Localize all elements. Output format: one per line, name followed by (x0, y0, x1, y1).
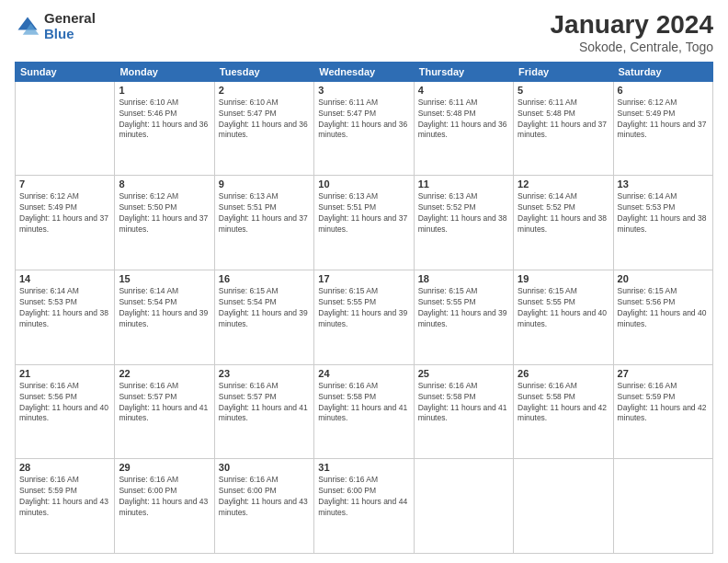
week-row-1: 1 Sunrise: 6:10 AMSunset: 5:46 PMDayligh… (16, 81, 713, 176)
day-number: 18 (418, 273, 509, 284)
day-number: 31 (318, 462, 409, 473)
day-cell: 2 Sunrise: 6:10 AMSunset: 5:47 PMDayligh… (214, 81, 313, 176)
day-number: 17 (318, 273, 409, 284)
day-number: 15 (119, 273, 210, 284)
day-detail: Sunrise: 6:11 AMSunset: 5:48 PMDaylight:… (418, 98, 509, 142)
col-tuesday: Tuesday (214, 62, 313, 81)
day-detail: Sunrise: 6:16 AMSunset: 5:56 PMDaylight:… (19, 381, 110, 425)
day-number: 16 (219, 273, 310, 284)
day-number: 10 (318, 178, 409, 190)
logo-general-text: General (44, 11, 96, 27)
logo-text: General Blue (44, 11, 96, 41)
day-cell: 13 Sunrise: 6:14 AMSunset: 5:53 PMDaylig… (613, 176, 712, 270)
day-cell: 5 Sunrise: 6:11 AMSunset: 5:48 PMDayligh… (514, 81, 613, 176)
header: General Blue January 2024 Sokode, Centra… (15, 11, 713, 54)
day-cell: 31 Sunrise: 6:16 AMSunset: 6:00 PMDaylig… (314, 459, 414, 554)
day-cell: 29 Sunrise: 6:16 AMSunset: 6:00 PMDaylig… (115, 459, 214, 554)
day-cell: 21 Sunrise: 6:16 AMSunset: 5:56 PMDaylig… (16, 364, 115, 459)
day-detail: Sunrise: 6:15 AMSunset: 5:55 PMDaylight:… (418, 286, 509, 330)
day-cell: 25 Sunrise: 6:16 AMSunset: 5:58 PMDaylig… (414, 364, 513, 459)
day-cell: 8 Sunrise: 6:12 AMSunset: 5:50 PMDayligh… (115, 176, 214, 270)
col-thursday: Thursday (414, 62, 513, 81)
day-cell: 12 Sunrise: 6:14 AMSunset: 5:52 PMDaylig… (514, 176, 613, 270)
day-number: 20 (618, 273, 709, 284)
day-cell: 23 Sunrise: 6:16 AMSunset: 5:57 PMDaylig… (214, 364, 313, 459)
day-detail: Sunrise: 6:13 AMSunset: 5:51 PMDaylight:… (318, 191, 409, 236)
day-number: 22 (119, 368, 210, 379)
title-block: January 2024 Sokode, Centrale, Togo (551, 11, 713, 54)
day-number: 8 (119, 178, 210, 190)
day-detail: Sunrise: 6:16 AMSunset: 6:00 PMDaylight:… (219, 475, 310, 519)
day-number: 21 (19, 368, 110, 379)
day-number: 12 (518, 178, 609, 190)
day-detail: Sunrise: 6:14 AMSunset: 5:54 PMDaylight:… (119, 286, 210, 330)
day-cell: 30 Sunrise: 6:16 AMSunset: 6:00 PMDaylig… (214, 459, 313, 554)
logo: General Blue (15, 11, 96, 41)
day-number: 14 (19, 273, 110, 284)
day-detail: Sunrise: 6:15 AMSunset: 5:54 PMDaylight:… (219, 286, 310, 330)
day-detail: Sunrise: 6:16 AMSunset: 5:59 PMDaylight:… (19, 475, 110, 519)
day-cell: 4 Sunrise: 6:11 AMSunset: 5:48 PMDayligh… (414, 81, 513, 176)
day-detail: Sunrise: 6:15 AMSunset: 5:55 PMDaylight:… (518, 286, 609, 330)
day-detail: Sunrise: 6:12 AMSunset: 5:50 PMDaylight:… (119, 191, 210, 236)
week-row-5: 28 Sunrise: 6:16 AMSunset: 5:59 PMDaylig… (16, 459, 713, 554)
day-detail: Sunrise: 6:10 AMSunset: 5:46 PMDaylight:… (119, 98, 210, 142)
day-cell: 9 Sunrise: 6:13 AMSunset: 5:51 PMDayligh… (214, 176, 313, 270)
day-number: 2 (219, 85, 310, 96)
week-row-3: 14 Sunrise: 6:14 AMSunset: 5:53 PMDaylig… (16, 270, 713, 365)
day-number: 28 (19, 462, 110, 473)
day-cell: 27 Sunrise: 6:16 AMSunset: 5:59 PMDaylig… (613, 364, 712, 459)
day-detail: Sunrise: 6:13 AMSunset: 5:51 PMDaylight:… (219, 191, 310, 236)
subtitle: Sokode, Centrale, Togo (551, 40, 713, 54)
day-detail: Sunrise: 6:14 AMSunset: 5:53 PMDaylight:… (19, 286, 110, 330)
day-cell (414, 459, 513, 554)
day-detail: Sunrise: 6:15 AMSunset: 5:56 PMDaylight:… (618, 286, 709, 330)
day-cell: 10 Sunrise: 6:13 AMSunset: 5:51 PMDaylig… (314, 176, 414, 270)
week-row-4: 21 Sunrise: 6:16 AMSunset: 5:56 PMDaylig… (16, 364, 713, 459)
day-number: 9 (219, 178, 310, 190)
day-number: 25 (418, 368, 509, 379)
calendar-table: Sunday Monday Tuesday Wednesday Thursday… (15, 62, 713, 554)
day-number: 26 (518, 368, 609, 379)
day-cell: 16 Sunrise: 6:15 AMSunset: 5:54 PMDaylig… (214, 270, 313, 365)
day-cell: 18 Sunrise: 6:15 AMSunset: 5:55 PMDaylig… (414, 270, 513, 365)
day-detail: Sunrise: 6:10 AMSunset: 5:47 PMDaylight:… (219, 98, 310, 142)
day-number: 19 (518, 273, 609, 284)
day-cell (613, 459, 712, 554)
day-cell: 6 Sunrise: 6:12 AMSunset: 5:49 PMDayligh… (613, 81, 712, 176)
day-number: 27 (618, 368, 709, 379)
day-detail: Sunrise: 6:16 AMSunset: 5:58 PMDaylight:… (318, 381, 409, 425)
day-number: 1 (119, 85, 210, 96)
col-wednesday: Wednesday (314, 62, 414, 81)
day-detail: Sunrise: 6:14 AMSunset: 5:52 PMDaylight:… (518, 191, 609, 236)
col-sunday: Sunday (16, 62, 115, 81)
day-detail: Sunrise: 6:16 AMSunset: 5:57 PMDaylight:… (219, 381, 310, 425)
day-number: 29 (119, 462, 210, 473)
day-cell: 24 Sunrise: 6:16 AMSunset: 5:58 PMDaylig… (314, 364, 414, 459)
day-number: 3 (318, 85, 409, 96)
day-detail: Sunrise: 6:11 AMSunset: 5:47 PMDaylight:… (318, 98, 409, 142)
day-detail: Sunrise: 6:14 AMSunset: 5:53 PMDaylight:… (618, 191, 709, 236)
day-detail: Sunrise: 6:12 AMSunset: 5:49 PMDaylight:… (19, 191, 110, 236)
day-cell: 20 Sunrise: 6:15 AMSunset: 5:56 PMDaylig… (613, 270, 712, 365)
day-cell (514, 459, 613, 554)
day-number: 4 (418, 85, 509, 96)
col-monday: Monday (115, 62, 214, 81)
day-detail: Sunrise: 6:16 AMSunset: 5:57 PMDaylight:… (119, 381, 210, 425)
day-detail: Sunrise: 6:16 AMSunset: 5:59 PMDaylight:… (618, 381, 709, 425)
main-title: January 2024 (551, 11, 713, 40)
day-number: 7 (19, 178, 110, 190)
day-number: 11 (418, 178, 509, 190)
day-cell: 26 Sunrise: 6:16 AMSunset: 5:58 PMDaylig… (514, 364, 613, 459)
day-cell: 19 Sunrise: 6:15 AMSunset: 5:55 PMDaylig… (514, 270, 613, 365)
day-detail: Sunrise: 6:16 AMSunset: 6:00 PMDaylight:… (318, 475, 409, 519)
logo-blue-text: Blue (44, 27, 96, 42)
day-cell: 28 Sunrise: 6:16 AMSunset: 5:59 PMDaylig… (16, 459, 115, 554)
day-cell: 11 Sunrise: 6:13 AMSunset: 5:52 PMDaylig… (414, 176, 513, 270)
logo-icon (15, 14, 40, 40)
header-row: Sunday Monday Tuesday Wednesday Thursday… (16, 62, 713, 81)
day-number: 5 (518, 85, 609, 96)
day-detail: Sunrise: 6:16 AMSunset: 6:00 PMDaylight:… (119, 475, 210, 519)
day-cell: 7 Sunrise: 6:12 AMSunset: 5:49 PMDayligh… (16, 176, 115, 270)
day-detail: Sunrise: 6:11 AMSunset: 5:48 PMDaylight:… (518, 98, 609, 142)
